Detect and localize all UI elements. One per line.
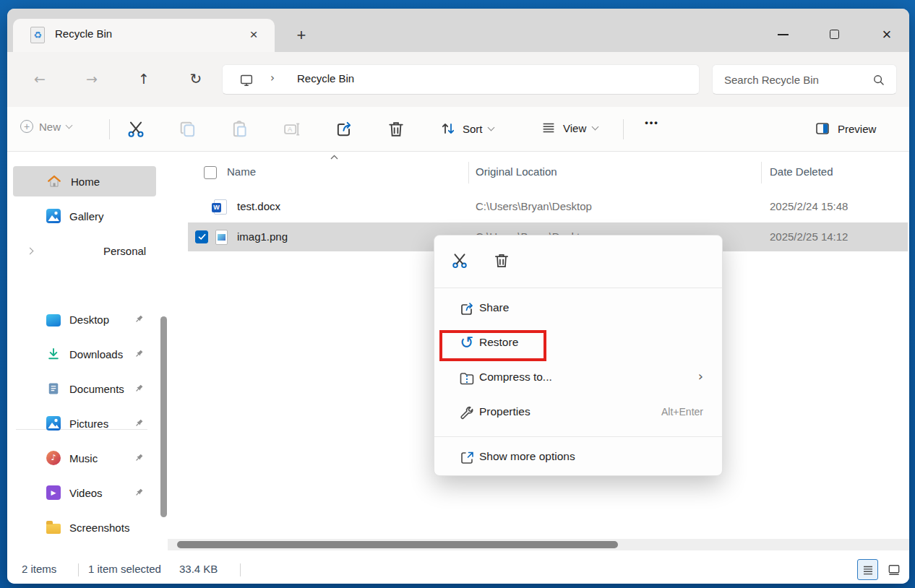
column-header-name[interactable]: Name	[227, 165, 256, 178]
context-cut-button[interactable]	[450, 251, 469, 270]
tab-recycle-bin[interactable]: ♻ Recycle Bin ×	[13, 19, 275, 52]
sort-ascending-icon	[330, 154, 339, 160]
delete-button[interactable]	[386, 119, 406, 139]
pin-icon	[134, 314, 145, 324]
menu-divider	[434, 436, 722, 437]
svg-text:A: A	[288, 126, 293, 133]
select-all-checkbox[interactable]	[204, 166, 217, 179]
sidebar-item-screenshots[interactable]: Screenshots	[13, 512, 156, 542]
sidebar-item-home[interactable]: Home	[13, 166, 156, 196]
close-button[interactable]: ×	[876, 24, 898, 46]
status-separator	[240, 563, 241, 576]
horizontal-scrollbar-thumb[interactable]	[177, 541, 618, 548]
command-bar: + New	[7, 107, 909, 152]
this-pc-icon	[239, 72, 254, 88]
folder-icon	[46, 524, 61, 534]
home-icon	[46, 173, 62, 189]
large-icons-view-icon	[887, 563, 901, 577]
sidebar-item-personal[interactable]: Personal	[13, 235, 156, 266]
search-icon	[871, 72, 886, 87]
sidebar-item-label: Gallery	[69, 210, 104, 222]
pin-icon	[134, 383, 145, 394]
context-properties-item[interactable]: Properties Alt+Enter	[434, 396, 722, 431]
share-button[interactable]	[334, 119, 354, 139]
maximize-button[interactable]	[830, 30, 839, 39]
minimize-button[interactable]	[778, 34, 789, 35]
file-date-deleted: 2025/2/25 14:12	[770, 230, 848, 243]
sidebar-item-music[interactable]: ♪ Music	[13, 443, 156, 473]
large-icons-view-button[interactable]	[883, 559, 904, 580]
pin-icon	[134, 452, 145, 463]
row-checkbox-checked[interactable]	[195, 230, 208, 243]
recycle-bin-icon: ♻	[30, 27, 45, 43]
address-bar[interactable]: › Recycle Bin	[222, 64, 700, 95]
column-separator[interactable]	[468, 162, 469, 183]
file-location: C:\Users\Bryan\Desktop	[476, 200, 592, 212]
context-menu: Share ↺ Restore Compress to... › Propert…	[434, 235, 723, 476]
context-compress-item[interactable]: Compress to... ›	[434, 361, 722, 396]
view-button[interactable]: View	[541, 120, 598, 136]
preview-button[interactable]: Preview	[814, 120, 876, 137]
copy-button[interactable]	[178, 119, 198, 139]
column-header-location[interactable]: Original Location	[476, 165, 557, 178]
breadcrumb: Recycle Bin	[297, 72, 354, 85]
preview-icon	[814, 120, 831, 137]
item-count: 2 items	[22, 563, 56, 575]
context-show-more-item[interactable]: Show more options	[434, 441, 722, 472]
up-icon[interactable]: ↑	[132, 68, 155, 91]
rename-button[interactable]: A	[282, 119, 302, 139]
sidebar-item-desktop[interactable]: Desktop	[13, 304, 156, 334]
cut-icon	[450, 251, 469, 270]
image-file-icon	[215, 230, 228, 245]
chevron-down-icon	[487, 124, 494, 131]
sidebar-item-label: Home	[71, 176, 100, 188]
menu-item-label: Show more options	[479, 450, 575, 463]
sidebar-item-label: Downloads	[69, 348, 123, 360]
paste-button[interactable]	[230, 119, 250, 139]
view-icon	[541, 120, 557, 136]
more-options-button[interactable]: •••	[637, 117, 666, 128]
new-tab-button[interactable]: +	[291, 25, 312, 46]
column-header-deleted[interactable]: Date Deleted	[770, 165, 833, 178]
horizontal-scrollbar[interactable]	[168, 539, 909, 550]
submenu-chevron-icon: ›	[698, 368, 703, 384]
sort-icon	[439, 120, 457, 137]
chevron-right-icon	[27, 247, 34, 254]
pin-icon	[134, 348, 145, 359]
sidebar-item-pictures[interactable]: Pictures	[13, 408, 156, 438]
trash-icon	[492, 251, 511, 270]
sidebar-item-label: Desktop	[69, 314, 109, 326]
breadcrumb-chevron-icon: ›	[270, 72, 275, 85]
share-icon	[458, 301, 476, 318]
sort-button-label: Sort	[463, 123, 483, 135]
sidebar-scrollbar[interactable]	[160, 316, 167, 517]
restore-annotation-box	[439, 330, 546, 361]
search-box[interactable]	[712, 64, 897, 95]
toolbar-separator	[623, 119, 624, 139]
forward-icon[interactable]: →	[80, 68, 103, 91]
refresh-icon[interactable]: ↻	[184, 68, 207, 91]
menu-item-label: Properties	[479, 405, 530, 418]
details-view-icon	[862, 563, 875, 576]
toolbar-separator	[109, 119, 110, 139]
sidebar-item-documents[interactable]: Documents	[13, 373, 156, 404]
sort-button[interactable]: Sort	[439, 120, 494, 137]
sidebar-item-gallery[interactable]: Gallery	[13, 201, 156, 231]
pictures-icon	[46, 416, 61, 431]
new-button[interactable]: + New	[20, 120, 72, 133]
cut-button[interactable]	[126, 119, 146, 139]
menu-item-label: Compress to...	[479, 371, 552, 384]
chevron-down-icon	[66, 121, 73, 129]
pin-icon	[134, 487, 145, 498]
back-icon[interactable]: ←	[28, 68, 51, 91]
details-view-button[interactable]	[857, 559, 878, 580]
context-delete-button[interactable]	[492, 251, 511, 270]
sidebar-item-videos[interactable]: ▶ Videos	[13, 477, 156, 508]
search-input[interactable]	[724, 66, 862, 93]
tab-close-icon[interactable]: ×	[244, 25, 263, 44]
file-name: test.docx	[237, 200, 280, 212]
new-button-label: New	[39, 121, 61, 133]
context-share-item[interactable]: Share	[434, 292, 722, 327]
sidebar-item-downloads[interactable]: Downloads	[13, 339, 156, 369]
column-separator[interactable]	[761, 162, 762, 183]
